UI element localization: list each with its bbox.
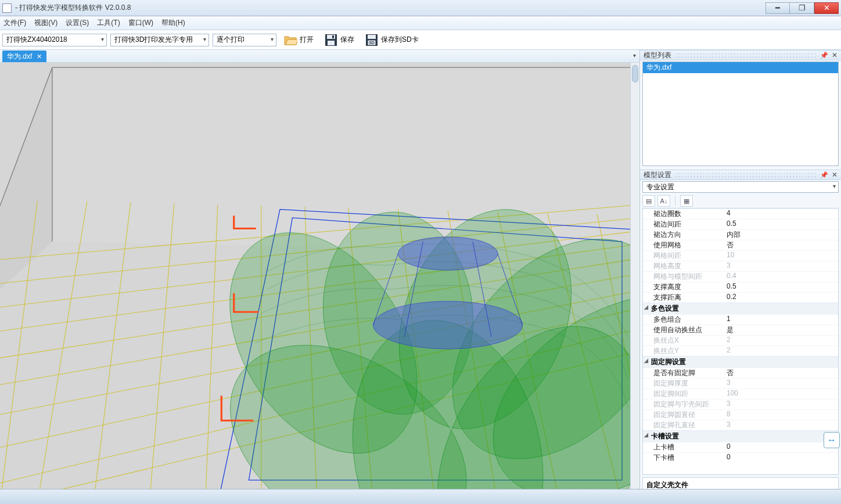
prop-row[interactable]: 多色组合1 <box>643 314 838 325</box>
prop-key: 固定脚间距 <box>643 389 724 399</box>
prop-value: 0.4 <box>724 272 838 282</box>
prop-key: 是否有固定脚 <box>643 368 724 378</box>
tab-overflow-icon[interactable]: ▾ <box>633 52 636 59</box>
prop-value[interactable]: 否 <box>724 368 838 378</box>
menu-settings[interactable]: 设置(S) <box>66 18 89 28</box>
prop-key: 固定脚厚度 <box>643 379 724 388</box>
prop-value[interactable]: 否 <box>724 240 838 250</box>
open-label: 打开 <box>300 35 314 45</box>
property-grid[interactable]: 裙边圈数4 裙边间距0.5 裙边方向内部 使用网格否 网格间距10 网格高度3 … <box>642 208 839 475</box>
prop-value[interactable]: 0 <box>724 453 838 463</box>
minimize-button[interactable]: ━ <box>765 2 790 14</box>
os-taskbar <box>0 489 841 504</box>
prop-row: 固定脚厚度3 <box>643 378 838 388</box>
property-pages-icon[interactable]: ▦ <box>680 195 693 207</box>
settings-profile-value: 专业设置 <box>646 182 674 192</box>
propertygrid-toolbar: ▤ A↓ ▦ <box>642 195 839 207</box>
sort-az-icon[interactable]: A↓ <box>657 195 670 207</box>
prop-row[interactable]: 下卡槽0 <box>643 452 838 463</box>
menu-help[interactable]: 帮助(H) <box>161 18 185 28</box>
prop-key: 使用自动换丝点 <box>643 325 724 335</box>
prop-row[interactable]: 支撑高度0.5 <box>643 282 838 292</box>
open-button[interactable]: 打开 <box>280 32 317 48</box>
prop-value[interactable]: 内部 <box>724 230 838 240</box>
prop-value: 100 <box>724 389 838 399</box>
tab-close-icon[interactable]: ✕ <box>37 53 42 60</box>
prop-value: 3 <box>724 399 838 409</box>
viewport-scrollbar[interactable] <box>630 63 639 504</box>
prop-value[interactable]: 1 <box>724 315 838 325</box>
tab-label: 华为.dxf <box>7 52 32 62</box>
prop-row[interactable]: 裙边圈数4 <box>643 208 838 219</box>
menu-view[interactable]: 视图(V) <box>34 18 57 28</box>
prop-row[interactable]: 是否有固定脚否 <box>643 368 838 378</box>
prop-row: 换丝点Y2 <box>643 345 838 356</box>
prop-key: 网格间距 <box>643 251 724 261</box>
scrollbar-thumb[interactable] <box>632 65 638 82</box>
panel-grip-icon: ::::::::::::::::::::::::::::::::::::::::… <box>675 51 817 59</box>
title-bar: - 打得快发光字模型转换软件 V2.0.0.8 ━ ❐ ✕ <box>0 0 841 16</box>
prop-key: 裙边圈数 <box>643 209 724 219</box>
prop-row[interactable]: 使用网格否 <box>643 240 838 250</box>
settings-profile-combo[interactable]: 专业设置 <box>642 181 839 193</box>
prop-key: 裙边方向 <box>643 230 724 240</box>
prop-row[interactable]: 上卡槽0 <box>643 442 838 452</box>
prop-row[interactable]: 裙边间距0.5 <box>643 219 838 229</box>
prop-row[interactable]: 裙边方向内部 <box>643 229 838 240</box>
menu-window[interactable]: 窗口(W) <box>128 18 153 28</box>
profile-combo[interactable]: 打得快3D打印发光字专用 <box>110 34 209 46</box>
menu-tools[interactable]: 工具(T) <box>97 18 120 28</box>
close-button[interactable]: ✕ <box>814 2 839 14</box>
prop-key: 下卡槽 <box>643 453 724 463</box>
prop-row[interactable]: 支撑距离0.2 <box>643 292 838 303</box>
prop-row[interactable]: 使用自动换丝点是 <box>643 325 838 335</box>
prop-key: 固定脚圆直径 <box>643 410 724 420</box>
prop-value[interactable]: 是 <box>724 325 838 335</box>
prop-key: 网格与模型间距 <box>643 272 724 282</box>
printer-combo-value: 打得快ZX40402018 <box>6 35 67 45</box>
prop-row: 固定脚与字壳间距3 <box>643 399 838 409</box>
prop-value[interactable]: 0.5 <box>724 282 838 292</box>
model-list[interactable]: 华为.dxf <box>642 62 839 166</box>
categorized-view-icon[interactable]: ▤ <box>642 195 655 207</box>
prop-key: 支撑距离 <box>643 293 724 303</box>
prop-category[interactable]: 卡槽设置 <box>643 430 838 442</box>
svg-text:SD: SD <box>369 41 375 45</box>
panel-model-list-title: 模型列表 <box>644 51 671 60</box>
panel-model-list-header: 模型列表 :::::::::::::::::::::::::::::::::::… <box>640 50 841 60</box>
panel-close-icon[interactable]: ✕ <box>832 51 838 59</box>
prop-value: 3 <box>724 379 838 388</box>
panel-close-icon[interactable]: ✕ <box>832 171 838 179</box>
prop-category[interactable]: 多色设置 <box>643 303 838 314</box>
app-icon <box>2 3 12 13</box>
3d-viewport[interactable] <box>0 63 639 504</box>
tab-huawei-dxf[interactable]: 华为.dxf ✕ <box>2 51 46 62</box>
prop-category[interactable]: 固定脚设置 <box>643 356 838 368</box>
prop-value: 3 <box>724 420 838 430</box>
model-list-item[interactable]: 华为.dxf <box>643 62 838 73</box>
menu-file[interactable]: 文件(F) <box>3 18 26 28</box>
prop-key: 上卡槽 <box>643 442 724 452</box>
save-sd-button[interactable]: SD 保存到SD卡 <box>361 32 422 48</box>
printer-combo[interactable]: 打得快ZX40402018 <box>2 34 107 46</box>
printmode-combo[interactable]: 逐个打印 <box>213 34 276 46</box>
panel-model-settings-title: 模型设置 <box>644 170 671 180</box>
prop-value: 2 <box>724 336 838 345</box>
teamviewer-tray-icon[interactable]: ↔ <box>824 432 840 448</box>
maximize-button[interactable]: ❐ <box>790 2 814 14</box>
sd-card-icon: SD <box>365 33 379 47</box>
pin-icon[interactable]: 📌 <box>820 52 828 59</box>
window-title: - 打得快发光字模型转换软件 V2.0.0.8 <box>15 3 765 13</box>
save-button[interactable]: 保存 <box>321 32 358 48</box>
prop-value[interactable]: 4 <box>724 209 838 219</box>
menu-bar: 文件(F) 视图(V) 设置(S) 工具(T) 窗口(W) 帮助(H) <box>0 16 841 30</box>
prop-value[interactable]: 0 <box>724 442 838 452</box>
save-label: 保存 <box>340 35 354 45</box>
prop-value[interactable]: 0.5 <box>724 219 838 229</box>
pin-icon[interactable]: 📌 <box>820 171 828 179</box>
prop-row: 换丝点X2 <box>643 335 838 345</box>
prop-value: 8 <box>724 410 838 420</box>
prop-key: 换丝点X <box>643 336 724 345</box>
save-sd-label: 保存到SD卡 <box>381 35 419 45</box>
prop-value[interactable]: 0.2 <box>724 293 838 303</box>
